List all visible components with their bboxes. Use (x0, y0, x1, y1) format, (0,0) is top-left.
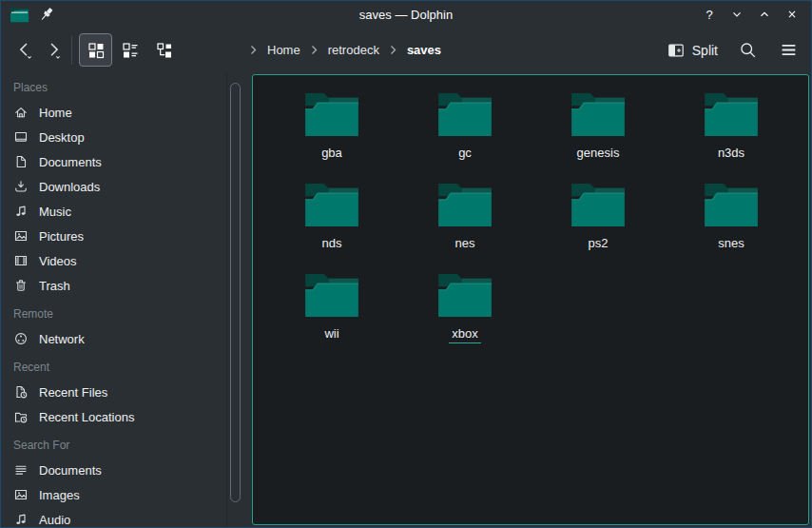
sidebar-item-label: Home (39, 106, 72, 120)
pictures-icon (13, 228, 29, 244)
maximize-button[interactable] (757, 7, 772, 22)
sidebar-section: RecentRecent FilesRecent Locations (1, 355, 226, 429)
folder-label: snes (715, 236, 746, 253)
sidebar-item-label: Trash (39, 279, 70, 293)
sidebar-item-label: Pictures (39, 229, 84, 244)
minimize-button[interactable] (729, 7, 744, 22)
breadcrumb-chevron-icon (246, 43, 261, 57)
folder-icon (302, 181, 361, 228)
sidebar-item-label: Documents (39, 155, 102, 169)
sidebar-item-images[interactable]: Images (1, 482, 226, 507)
icons-view-button[interactable] (79, 33, 112, 67)
split-icon (667, 42, 685, 59)
sidebar-section-header: Remote (1, 302, 226, 326)
sidebar-section: PlacesHomeDesktopDocumentsDownloadsMusic… (1, 75, 226, 298)
folder-label: n3ds (715, 146, 747, 163)
window-title: saves — Dolphin (1, 1, 811, 28)
folder-icon (569, 181, 628, 228)
home-icon (13, 105, 29, 120)
sidebar-item-label: Desktop (39, 130, 85, 145)
recent-files-icon (13, 384, 29, 400)
trash-icon (13, 278, 29, 293)
folder-item-gba[interactable]: gba (265, 90, 398, 181)
dolphin-window: saves — Dolphin ? (0, 0, 812, 528)
breadcrumb-item-saves[interactable]: saves (400, 39, 448, 61)
breadcrumb-item-home[interactable]: Home (261, 39, 307, 61)
back-button[interactable] (10, 34, 39, 67)
breadcrumb-item-retrodeck[interactable]: retrodeck (321, 39, 386, 61)
toolbar-right: Split (667, 39, 800, 62)
folder-item-genesis[interactable]: genesis (532, 90, 665, 181)
sidebar-item-recent-files[interactable]: Recent Files (1, 380, 226, 404)
sidebar-item-videos[interactable]: Videos (1, 248, 226, 273)
sidebar-section-header: Search For (1, 433, 226, 458)
dolphin-folder-app-icon (10, 7, 29, 23)
details-view-button[interactable] (113, 33, 146, 67)
sidebar-item-audio[interactable]: Audio (1, 507, 226, 527)
folder-label: xbox (449, 326, 480, 343)
recent-locations-icon (13, 409, 29, 424)
desktop-icon (13, 129, 29, 145)
content-area: PlacesHomeDesktopDocumentsDownloadsMusic… (1, 72, 811, 527)
folder-icon (302, 90, 361, 138)
folder-icon (435, 271, 494, 319)
images-icon (13, 487, 29, 502)
videos-icon (13, 253, 29, 268)
audio-icon (13, 512, 29, 527)
sidebar-item-music[interactable]: Music (1, 199, 226, 224)
help-button[interactable]: ? (702, 7, 717, 22)
split-label: Split (692, 43, 718, 58)
sidebar-item-downloads[interactable]: Downloads (1, 174, 226, 199)
sidebar-item-pictures[interactable]: Pictures (1, 224, 226, 248)
breadcrumb-chevron-icon (307, 43, 321, 57)
sidebar-scrollbar-thumb[interactable] (230, 83, 241, 502)
folder-label: ps2 (586, 236, 611, 253)
folder-item-snes[interactable]: snes (665, 181, 798, 271)
folder-item-ps2[interactable]: ps2 (532, 181, 665, 271)
sidebar-section-header: Places (1, 75, 226, 100)
folder-label: genesis (574, 146, 623, 163)
music-icon (13, 204, 29, 219)
folder-label: nds (319, 236, 345, 253)
folder-view[interactable]: gba gc genesis n3ds nds nes ps2 snes (252, 74, 809, 525)
downloads-icon (13, 179, 29, 194)
pin-icon[interactable] (38, 6, 55, 23)
places-panel: PlacesHomeDesktopDocumentsDownloadsMusic… (1, 72, 227, 527)
sidebar-item-label: Music (39, 205, 71, 219)
sidebar-item-desktop[interactable]: Desktop (1, 125, 226, 149)
close-button[interactable] (784, 7, 800, 22)
folder-grid: gba gc genesis n3ds nds nes ps2 snes (253, 75, 808, 362)
sidebar-item-label: Audio (39, 513, 70, 527)
sidebar-item-label: Network (39, 332, 85, 346)
folder-label: nes (453, 236, 478, 253)
sidebar-item-documents[interactable]: Documents (1, 149, 226, 174)
folder-item-nds[interactable]: nds (265, 181, 398, 271)
search-icon[interactable] (736, 39, 759, 62)
hamburger-menu-icon[interactable] (777, 39, 800, 62)
folder-item-gc[interactable]: gc (398, 90, 532, 181)
network-icon (13, 331, 29, 346)
split-button[interactable]: Split (667, 42, 718, 59)
folder-icon (702, 90, 761, 138)
folder-item-nes[interactable]: nes (398, 181, 532, 271)
folder-label: wii (321, 326, 341, 343)
folder-icon (702, 181, 761, 228)
sidebar-item-trash[interactable]: Trash (1, 273, 226, 298)
sidebar-section: RemoteNetwork (1, 302, 226, 351)
sidebar-item-network[interactable]: Network (1, 326, 226, 351)
breadcrumb: Homeretrodecksaves (246, 28, 448, 72)
documents-icon (13, 154, 29, 169)
sidebar-item-home[interactable]: Home (1, 100, 226, 125)
forward-button[interactable] (39, 34, 68, 67)
folder-item-xbox[interactable]: xbox (398, 271, 532, 362)
view-mode-group (79, 33, 182, 67)
folder-label: gc (455, 146, 474, 163)
toolbar-separator (71, 36, 72, 65)
folder-label: gba (319, 146, 345, 163)
folder-item-wii[interactable]: wii (265, 271, 398, 362)
folder-item-n3ds[interactable]: n3ds (665, 90, 798, 181)
sidebar-item-recent-locations[interactable]: Recent Locations (1, 404, 226, 429)
breadcrumb-chevron-icon (386, 43, 400, 57)
sidebar-item-documents[interactable]: Documents (1, 458, 226, 482)
tree-view-button[interactable] (147, 33, 181, 67)
